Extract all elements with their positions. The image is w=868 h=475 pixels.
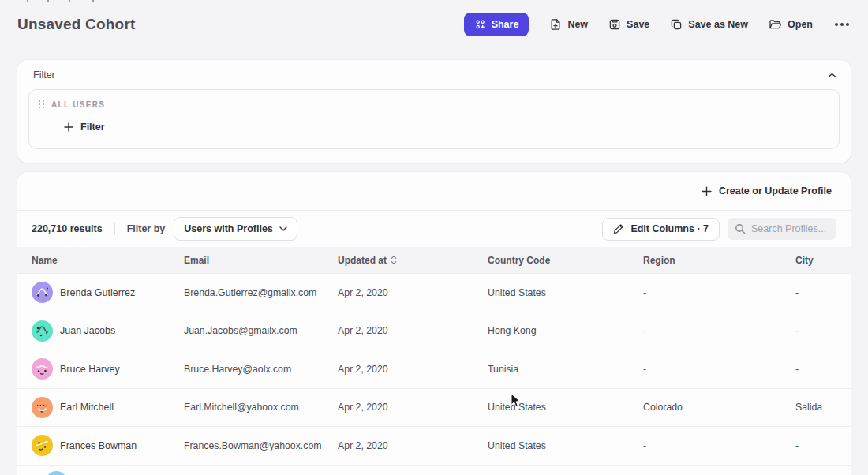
cell-city: - bbox=[795, 287, 836, 298]
cell-region: - bbox=[643, 325, 795, 336]
search-icon bbox=[735, 223, 746, 234]
cell-region: - bbox=[643, 287, 795, 298]
column-header-region[interactable]: Region bbox=[643, 255, 795, 266]
cell-name: Bruce Harvey bbox=[60, 364, 120, 375]
open-label: Open bbox=[788, 19, 813, 30]
save-icon bbox=[608, 18, 621, 31]
column-header-city[interactable]: City bbox=[795, 255, 836, 266]
collapse-filter-button[interactable] bbox=[828, 73, 836, 78]
plus-icon bbox=[702, 186, 712, 196]
results-toolbar: 220,710 results Filter by Users with Pro… bbox=[17, 210, 851, 247]
page-title: Unsaved Cohort bbox=[17, 16, 136, 33]
open-folder-icon bbox=[769, 18, 782, 31]
create-or-update-profile-button[interactable]: Create or Update Profile bbox=[702, 185, 832, 196]
column-header-country-code[interactable]: Country Code bbox=[488, 255, 643, 266]
cell-name: Brenda Gutierrez bbox=[60, 287, 135, 298]
new-button[interactable]: New bbox=[549, 18, 588, 31]
cell-city: - bbox=[795, 440, 836, 451]
avatar bbox=[46, 471, 67, 475]
edit-columns-label: Edit Columns · 7 bbox=[630, 223, 709, 234]
table-row-partial[interactable] bbox=[17, 465, 851, 475]
results-count: 220,710 results bbox=[32, 223, 103, 234]
cell-email: Earl.Mitchell@yahoox.com bbox=[184, 402, 338, 413]
cell-updated-at: Apr 2, 2020 bbox=[338, 402, 488, 413]
column-header-name[interactable]: Name bbox=[32, 255, 184, 266]
add-filter-button[interactable]: Filter bbox=[64, 122, 105, 133]
cell-email: Bruce.Harvey@aolx.com bbox=[184, 364, 338, 375]
save-as-new-button[interactable]: Save as New bbox=[670, 18, 748, 31]
cell-region: - bbox=[643, 364, 795, 375]
column-header-updated-at[interactable]: Updated at bbox=[338, 255, 488, 266]
sort-icon[interactable] bbox=[391, 256, 397, 264]
more-options-button[interactable] bbox=[833, 21, 851, 28]
cell-email: Brenda.Gutierrez@gmailx.com bbox=[184, 287, 338, 298]
filter-by-label: Filter by bbox=[127, 223, 166, 234]
avatar bbox=[32, 320, 53, 342]
cell-city: - bbox=[795, 325, 836, 336]
table-row[interactable]: Brenda Gutierrez Brenda.Gutierrez@gmailx… bbox=[17, 273, 851, 312]
copy-icon bbox=[670, 18, 683, 31]
table-row[interactable]: Earl Mitchell Earl.Mitchell@yahoox.com A… bbox=[17, 388, 851, 427]
save-button[interactable]: Save bbox=[608, 18, 649, 31]
cell-country-code: Tunisia bbox=[488, 364, 643, 375]
avatar bbox=[32, 282, 53, 303]
cell-email: Juan.Jacobs@gmailx.com bbox=[184, 325, 338, 336]
table-header-row: Name Email Updated at Country Code Regio… bbox=[17, 247, 851, 273]
open-button[interactable]: Open bbox=[769, 18, 813, 31]
share-button[interactable]: Share bbox=[464, 13, 529, 36]
create-or-update-profile-label: Create or Update Profile bbox=[719, 185, 832, 196]
save-as-new-label: Save as New bbox=[688, 19, 748, 30]
cell-updated-at: Apr 2, 2020 bbox=[338, 287, 488, 298]
save-label: Save bbox=[627, 19, 649, 30]
header-actions: Share New Save bbox=[464, 13, 851, 36]
cell-updated-at: Apr 2, 2020 bbox=[338, 440, 488, 451]
table-row[interactable]: Frances Bowman Frances.Bowman@yahoox.com… bbox=[17, 426, 851, 465]
share-users-icon bbox=[474, 19, 486, 31]
plus-icon bbox=[64, 122, 73, 132]
cell-email: Frances.Bowman@yahoox.com bbox=[184, 440, 338, 451]
cell-name: Frances Bowman bbox=[60, 440, 137, 451]
top-bar: Unsaved Cohort Share New bbox=[17, 11, 851, 38]
cell-country-code: United States bbox=[488, 287, 643, 298]
cell-city: - bbox=[795, 364, 836, 375]
cell-name: Earl Mitchell bbox=[60, 402, 114, 413]
filter-panel-title: Filter bbox=[33, 69, 55, 80]
drag-handle-icon[interactable] bbox=[39, 100, 45, 108]
profile-filter-value: Users with Profiles bbox=[184, 223, 273, 234]
cell-region: United States bbox=[488, 402, 643, 413]
cell-updated-at: Apr 2, 2020 bbox=[338, 364, 488, 375]
cell-region: - bbox=[643, 440, 795, 451]
cell-country-code: United States bbox=[488, 440, 643, 451]
filter-panel: Filter ALL USERS Filter bbox=[17, 60, 851, 163]
avatar bbox=[32, 435, 53, 456]
results-panel: Create or Update Profile 220,710 results… bbox=[17, 172, 851, 475]
cell-name: Juan Jacobs bbox=[60, 325, 115, 336]
cell-country-code: Hong Kong bbox=[488, 325, 643, 336]
search-profiles-input[interactable] bbox=[751, 223, 829, 234]
cell-region: Colorado bbox=[643, 402, 795, 413]
table-row[interactable]: Juan Jacobs Juan.Jacobs@gmailx.com Apr 2… bbox=[17, 312, 851, 350]
cell-city: Salida bbox=[795, 402, 836, 413]
chevron-down-icon bbox=[279, 226, 287, 231]
search-profiles-box bbox=[728, 218, 836, 240]
divider bbox=[114, 223, 115, 235]
pencil-icon bbox=[613, 223, 624, 234]
table-row[interactable]: Bruce Harvey Bruce.Harvey@aolx.com Apr 2… bbox=[17, 350, 851, 388]
chevron-up-icon bbox=[828, 73, 836, 78]
more-options-icon bbox=[835, 23, 849, 26]
share-label: Share bbox=[492, 19, 519, 30]
new-document-icon bbox=[549, 18, 562, 31]
column-header-email[interactable]: Email bbox=[184, 255, 338, 266]
avatar bbox=[32, 358, 53, 380]
edit-columns-button[interactable]: Edit Columns · 7 bbox=[602, 218, 720, 241]
profile-filter-dropdown[interactable]: Users with Profiles bbox=[174, 217, 297, 241]
filter-group-label: ALL USERS bbox=[51, 100, 105, 109]
filter-group-box: ALL USERS Filter bbox=[28, 89, 840, 149]
add-filter-label: Filter bbox=[80, 122, 105, 133]
new-label: New bbox=[567, 19, 588, 30]
cell-updated-at: Apr 2, 2020 bbox=[338, 325, 488, 336]
avatar bbox=[32, 397, 53, 418]
